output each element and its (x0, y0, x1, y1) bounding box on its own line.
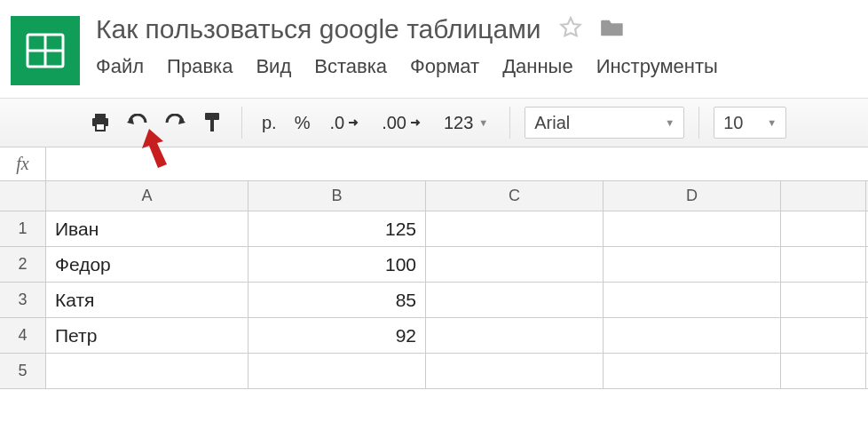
svg-rect-9 (210, 120, 214, 131)
cell-D4[interactable] (604, 318, 781, 353)
menu-format[interactable]: Формат (410, 55, 479, 78)
column-header-B[interactable]: B (249, 181, 426, 211)
cell-C4[interactable] (426, 318, 604, 353)
cell-C2[interactable] (426, 247, 604, 282)
row-header-2[interactable]: 2 (0, 247, 46, 282)
cell-A2[interactable]: Федор (46, 247, 249, 282)
cell-E2[interactable] (781, 247, 866, 282)
decrease-decimal-label: .0 (329, 113, 344, 133)
table-row: 5 (0, 354, 868, 389)
separator (509, 107, 510, 139)
column-header-C[interactable]: C (426, 181, 604, 211)
svg-rect-8 (205, 113, 219, 120)
cell-C5[interactable] (426, 354, 604, 388)
separator (241, 107, 242, 139)
table-row: 2 Федор 100 (0, 247, 868, 283)
formula-bar: fx (0, 147, 868, 181)
cell-C1[interactable] (426, 211, 604, 246)
cell-C3[interactable] (426, 283, 604, 317)
cell-A4[interactable]: Петр (46, 318, 249, 353)
column-headers-row: A B C D (0, 181, 868, 211)
row-header-1[interactable]: 1 (0, 211, 46, 246)
svg-rect-3 (95, 114, 106, 118)
font-family-value: Arial (534, 113, 570, 133)
menu-tools[interactable]: Инструменты (596, 55, 718, 78)
more-formats-button[interactable]: 123 ▼ (437, 113, 495, 133)
spreadsheet-grid: A B C D 1 Иван 125 2 Федор 100 3 Катя 85… (0, 181, 868, 389)
menu-insert[interactable]: Вставка (314, 55, 387, 78)
chevron-down-icon: ▼ (665, 117, 675, 128)
paint-format-icon[interactable] (197, 107, 227, 139)
cell-B2[interactable]: 100 (249, 247, 426, 282)
more-formats-label: 123 (444, 113, 473, 133)
menu-edit[interactable]: Правка (167, 55, 233, 78)
separator (698, 107, 699, 139)
chevron-down-icon: ▼ (767, 117, 777, 128)
cell-B5[interactable] (249, 354, 426, 388)
star-icon[interactable] (559, 16, 582, 43)
menu-view[interactable]: Вид (256, 55, 291, 78)
cell-E3[interactable] (781, 283, 866, 317)
row-header-4[interactable]: 4 (0, 318, 46, 353)
formula-input[interactable] (46, 147, 868, 180)
folder-icon[interactable] (600, 17, 625, 42)
column-header-D[interactable]: D (604, 181, 781, 211)
toolbar: р. % .0 .00 123 ▼ Arial ▼ 10 ▼ (0, 98, 868, 147)
font-family-select[interactable]: Arial ▼ (525, 107, 684, 139)
percent-button[interactable]: % (289, 113, 316, 133)
svg-rect-5 (96, 123, 105, 131)
cell-E4[interactable] (781, 318, 866, 353)
cell-E5[interactable] (781, 354, 866, 388)
table-row: 3 Катя 85 (0, 283, 868, 318)
increase-decimal-button[interactable]: .00 (375, 113, 430, 133)
table-row: 1 Иван 125 (0, 211, 868, 247)
cell-A3[interactable]: Катя (46, 283, 249, 317)
document-title[interactable]: Как пользоваться google таблицами (96, 14, 541, 44)
menu-file[interactable]: Файл (96, 55, 144, 78)
cell-B3[interactable]: 85 (249, 283, 426, 317)
select-all-corner[interactable] (0, 181, 46, 211)
redo-icon[interactable] (160, 107, 190, 139)
increase-decimal-label: .00 (382, 113, 406, 133)
print-icon[interactable] (85, 107, 115, 139)
cell-D1[interactable] (604, 211, 781, 246)
fx-label: fx (0, 147, 46, 180)
cell-B1[interactable]: 125 (249, 211, 426, 246)
column-header-A[interactable]: A (46, 181, 249, 211)
header: Как пользоваться google таблицами Файл П… (0, 0, 868, 85)
chevron-down-icon: ▼ (478, 117, 488, 128)
column-header-extra[interactable] (781, 181, 866, 211)
cell-D3[interactable] (604, 283, 781, 317)
cell-A5[interactable] (46, 354, 249, 388)
cell-A1[interactable]: Иван (46, 211, 249, 246)
decrease-decimal-button[interactable]: .0 (322, 113, 367, 133)
row-header-5[interactable]: 5 (0, 354, 46, 388)
sheets-logo-icon (11, 16, 80, 85)
cell-E1[interactable] (781, 211, 866, 246)
table-row: 4 Петр 92 (0, 318, 868, 354)
row-header-3[interactable]: 3 (0, 283, 46, 317)
cell-B4[interactable]: 92 (249, 318, 426, 353)
font-size-value: 10 (723, 113, 743, 133)
undo-icon[interactable] (122, 107, 153, 139)
font-size-select[interactable]: 10 ▼ (714, 107, 786, 139)
currency-button[interactable]: р. (256, 113, 282, 133)
menu-bar: Файл Правка Вид Вставка Формат Данные Ин… (96, 55, 868, 78)
menu-data[interactable]: Данные (502, 55, 572, 78)
cell-D5[interactable] (604, 354, 781, 388)
cell-D2[interactable] (604, 247, 781, 282)
